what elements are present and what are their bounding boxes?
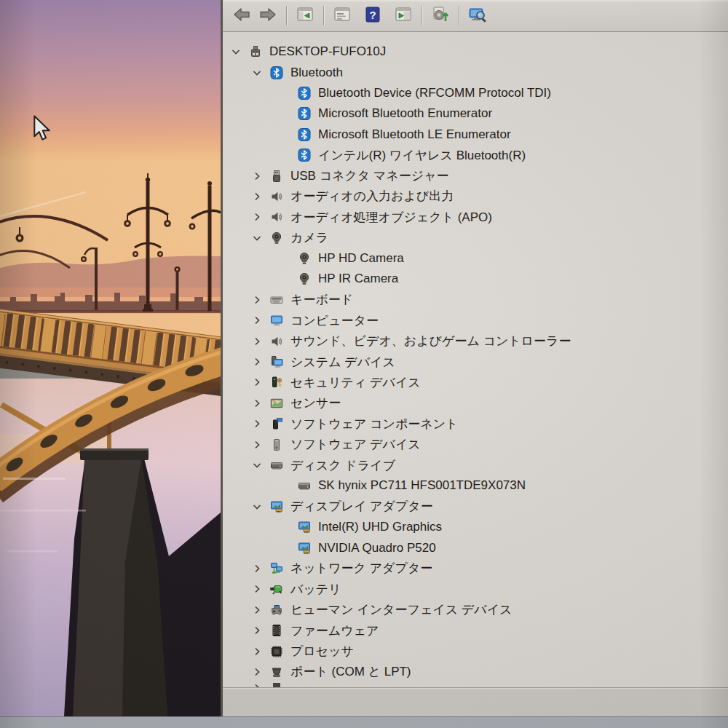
tree-item[interactable]: サウンド、ビデオ、およびゲーム コントローラー <box>223 331 728 351</box>
device-tree: DESKTOP-FUFO10JBluetoothBluetooth Device… <box>223 32 728 687</box>
tree-item-label: センサー <box>290 395 341 411</box>
tree-item[interactable]: Bluetooth Device (RFCOMM Protocol TDI) <box>223 83 728 103</box>
tree-item[interactable]: バッテリ <box>223 579 728 599</box>
screen-photo: ? DESKTOP-FUFO10JBluetoothBluetooth Devi… <box>0 0 728 728</box>
chevron-collapsed-icon[interactable] <box>251 583 263 595</box>
help-button[interactable]: ? <box>360 4 386 28</box>
usb-icon <box>270 170 283 183</box>
action-pane-icon <box>394 5 413 27</box>
chevron-collapsed-icon[interactable] <box>251 625 263 636</box>
svg-text:?: ? <box>369 9 376 21</box>
chevron-collapsed-icon[interactable] <box>251 418 263 430</box>
tree-item[interactable]: セキュリティ デバイス <box>223 372 728 392</box>
tree-item-label: USB コネクタ マネージャー <box>290 167 449 184</box>
device-manager-window: ? DESKTOP-FUFO10JBluetoothBluetooth Devi… <box>221 0 728 716</box>
tree-item[interactable]: Microsoft Bluetooth Enumerator <box>223 103 728 124</box>
tree-item[interactable]: システム デバイス <box>223 352 728 372</box>
chevron-collapsed-icon[interactable] <box>251 563 263 574</box>
arrow-right-icon <box>258 5 277 27</box>
arrow-left-icon <box>232 5 251 27</box>
tree-item[interactable]: ソフトウェア コンポーネント <box>223 414 728 434</box>
tree-item-label: ディスク ドライブ <box>290 457 395 474</box>
tree-item[interactable] <box>223 682 728 687</box>
tree-item[interactable]: キーボード <box>223 290 728 310</box>
tree-item[interactable]: Microsoft Bluetooth LE Enumerator <box>223 124 728 145</box>
tree-item[interactable]: Bluetooth <box>223 62 728 82</box>
chevron-collapsed-icon[interactable] <box>251 604 263 616</box>
tree-item-label: バッテリ <box>290 581 341 598</box>
tree-item[interactable]: コンピューター <box>223 310 728 331</box>
tree-item-label: オーディオの入力および出力 <box>290 188 454 205</box>
disk-icon <box>298 479 311 492</box>
chevron-collapsed-icon[interactable] <box>251 646 263 657</box>
console-tree-icon <box>296 5 314 27</box>
forward-button[interactable] <box>255 4 281 28</box>
back-button[interactable] <box>229 4 255 28</box>
chevron-expanded-icon[interactable] <box>251 232 263 244</box>
tree-item[interactable]: ポート (COM と LPT) <box>223 662 728 682</box>
tree-item-label: Bluetooth Device (RFCOMM Protocol TDI) <box>318 86 551 100</box>
tree-item-label: ソフトウェア デバイス <box>290 436 421 453</box>
tree-item[interactable]: DESKTOP-FUFO10J <box>223 41 728 62</box>
tree-item-label: サウンド、ビデオ、およびゲーム コントローラー <box>290 333 571 349</box>
chevron-collapsed-icon[interactable] <box>251 439 263 451</box>
chevron-collapsed-icon[interactable] <box>251 376 263 388</box>
tree-item[interactable]: Intel(R) UHD Graphics <box>223 517 728 537</box>
tree-item[interactable]: NVIDIA Quadro P520 <box>223 537 728 558</box>
tree-item-label: Microsoft Bluetooth LE Enumerator <box>318 127 511 142</box>
disk-icon <box>270 459 283 472</box>
tree-item[interactable]: HP HD Camera <box>223 248 728 269</box>
tree-item[interactable]: USB コネクタ マネージャー <box>223 165 728 186</box>
tree-item-label: Intel(R) UHD Graphics <box>318 520 442 534</box>
tree-item-label: プロセッサ <box>290 643 354 660</box>
chevron-collapsed-icon[interactable] <box>251 397 263 409</box>
tree-item-label: HP IR Camera <box>318 272 398 286</box>
chevron-expanded-icon[interactable] <box>230 46 242 58</box>
tree-item[interactable]: ディスプレイ アダプター <box>223 496 728 517</box>
tree-item[interactable]: SK hynix PC711 HFS001TDE9X073N <box>223 475 728 496</box>
tree-item-label: HP HD Camera <box>318 251 404 266</box>
tree-item[interactable]: インテル(R) ワイヤレス Bluetooth(R) <box>223 145 728 165</box>
tree-item[interactable]: ネットワーク アダプター <box>223 558 728 579</box>
chevron-collapsed-icon[interactable] <box>251 191 263 202</box>
window-bottom-bar <box>223 687 728 716</box>
tree-item[interactable]: ディスク ドライブ <box>223 455 728 475</box>
console-tree-button[interactable] <box>292 4 318 28</box>
tree-item[interactable]: HP IR Camera <box>223 269 728 289</box>
display-icon <box>298 521 311 534</box>
tree-item[interactable]: センサー <box>223 393 728 414</box>
tree-item[interactable]: ソフトウェア デバイス <box>223 434 728 454</box>
hid-icon <box>270 604 283 617</box>
chevron-collapsed-icon[interactable] <box>251 336 263 347</box>
chevron-collapsed-icon[interactable] <box>251 170 263 182</box>
tree-item[interactable]: オーディオの入力および出力 <box>223 186 728 207</box>
security-icon <box>270 376 283 389</box>
tree-item[interactable]: プロセッサ <box>223 641 728 661</box>
bluetooth-icon <box>298 128 311 141</box>
chevron-collapsed-icon[interactable] <box>251 682 263 687</box>
tree-item[interactable]: カメラ <box>223 228 728 248</box>
chevron-expanded-icon[interactable] <box>251 67 263 79</box>
tree-item[interactable]: ヒューマン インターフェイス デバイス <box>223 600 728 620</box>
chevron-collapsed-icon[interactable] <box>251 356 263 368</box>
bluetooth-icon <box>298 107 311 120</box>
tree-item-label: キーボード <box>290 291 353 308</box>
action-pane-button[interactable] <box>390 4 416 28</box>
sensor-icon <box>270 397 283 410</box>
toolbar-separator <box>459 6 459 25</box>
chevron-collapsed-icon[interactable] <box>251 211 263 223</box>
chevron-expanded-icon[interactable] <box>251 501 263 513</box>
tree-item-label: コンピューター <box>290 312 379 329</box>
processor-icon <box>270 645 283 658</box>
tree-item[interactable]: オーディオ処理オブジェクト (APO) <box>223 207 728 227</box>
wallpaper-art <box>0 0 221 716</box>
chevron-collapsed-icon[interactable] <box>251 314 263 326</box>
scan-hardware-button[interactable] <box>427 4 454 28</box>
chevron-expanded-icon[interactable] <box>251 459 263 471</box>
search-computer-button[interactable] <box>464 4 491 28</box>
toolbar-separator <box>286 6 287 25</box>
chevron-collapsed-icon[interactable] <box>251 294 263 306</box>
tree-item[interactable]: ファームウェア <box>223 620 728 641</box>
properties-button[interactable] <box>329 4 355 28</box>
chevron-collapsed-icon[interactable] <box>251 666 263 678</box>
